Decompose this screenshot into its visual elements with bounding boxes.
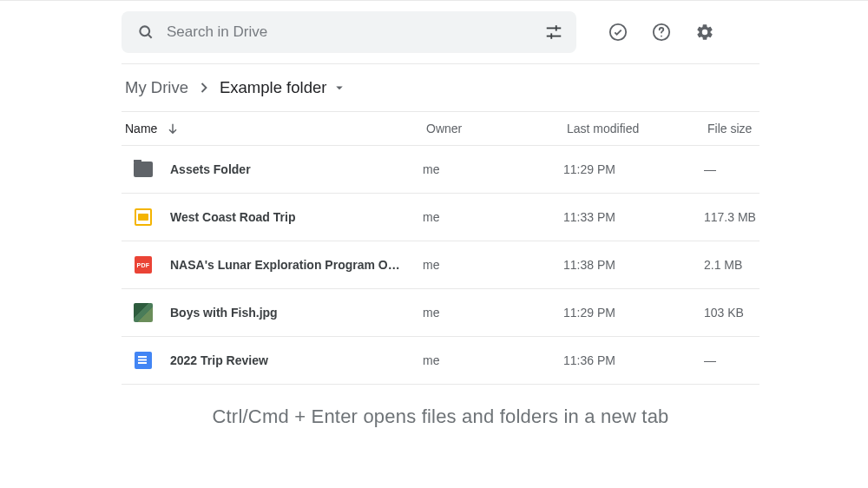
settings-button[interactable] xyxy=(687,15,722,49)
folder-icon xyxy=(134,160,153,179)
column-modified[interactable]: Last modified xyxy=(563,122,704,135)
keyboard-tip: Ctrl/Cmd + Enter opens files and folders… xyxy=(122,385,760,428)
svg-rect-5 xyxy=(550,33,552,38)
file-size: 2.1 MB xyxy=(704,258,760,272)
breadcrumb: My Drive Example folder xyxy=(122,64,760,111)
svg-point-8 xyxy=(661,36,662,37)
breadcrumb-current[interactable]: Example folder xyxy=(220,78,347,97)
file-name: NASA's Lunar Exploration Program Ov… xyxy=(170,258,404,272)
table-row[interactable]: Assets Folder me 11:29 PM — xyxy=(122,146,760,194)
file-name: Boys with Fish.jpg xyxy=(170,306,278,320)
header-actions xyxy=(601,15,722,49)
svg-rect-2 xyxy=(547,28,562,30)
file-owner: me xyxy=(423,353,563,367)
file-size: — xyxy=(704,353,760,367)
svg-point-0 xyxy=(140,26,149,36)
table-row[interactable]: PDF NASA's Lunar Exploration Program Ov…… xyxy=(122,241,760,289)
table-header: Name Owner Last modified File size xyxy=(122,111,760,146)
table-row[interactable]: West Coast Road Trip me 11:33 PM 117.3 M… xyxy=(122,194,760,241)
top-bar xyxy=(122,1,760,64)
svg-line-1 xyxy=(148,35,152,38)
file-owner: me xyxy=(423,210,563,224)
tune-icon xyxy=(544,23,563,42)
chevron-right-icon xyxy=(195,79,213,96)
search-options-button[interactable] xyxy=(536,15,571,49)
file-name: Assets Folder xyxy=(170,162,251,176)
breadcrumb-root[interactable]: My Drive xyxy=(125,78,188,97)
slides-icon xyxy=(134,208,153,227)
file-table: Name Owner Last modified File size Asset… xyxy=(122,111,760,385)
help-button[interactable] xyxy=(644,15,679,49)
sort-arrow-down-icon xyxy=(166,122,180,135)
file-size: — xyxy=(704,162,760,176)
image-thumbnail-icon xyxy=(134,303,153,322)
check-circle-icon xyxy=(608,23,628,42)
svg-rect-4 xyxy=(556,25,557,30)
pdf-icon: PDF xyxy=(134,255,153,274)
file-modified: 11:29 PM xyxy=(563,306,704,320)
column-size[interactable]: File size xyxy=(704,122,760,135)
gear-icon xyxy=(695,23,714,42)
file-owner: me xyxy=(423,306,563,320)
file-name: West Coast Road Trip xyxy=(170,210,295,224)
offline-ready-button[interactable] xyxy=(601,15,635,49)
file-modified: 11:38 PM xyxy=(563,258,704,272)
file-size: 103 KB xyxy=(704,306,760,320)
file-modified: 11:36 PM xyxy=(563,353,704,367)
search-container[interactable] xyxy=(122,11,576,53)
search-icon xyxy=(137,23,155,41)
column-owner[interactable]: Owner xyxy=(423,122,563,135)
svg-point-6 xyxy=(610,24,626,40)
file-owner: me xyxy=(423,162,563,176)
svg-rect-3 xyxy=(547,36,562,37)
file-size: 117.3 MB xyxy=(704,210,760,224)
file-owner: me xyxy=(423,258,563,272)
search-input[interactable] xyxy=(167,23,536,41)
file-name: 2022 Trip Review xyxy=(170,353,268,367)
column-name-label: Name xyxy=(125,122,157,135)
breadcrumb-current-label: Example folder xyxy=(220,78,326,97)
file-modified: 11:33 PM xyxy=(563,210,704,224)
table-row[interactable]: Boys with Fish.jpg me 11:29 PM 103 KB xyxy=(122,289,760,337)
docs-icon xyxy=(134,351,153,370)
caret-down-icon xyxy=(332,80,347,96)
column-name[interactable]: Name xyxy=(122,122,423,135)
table-row[interactable]: 2022 Trip Review me 11:36 PM — xyxy=(122,337,760,385)
file-modified: 11:29 PM xyxy=(563,162,704,176)
help-icon xyxy=(652,23,671,42)
